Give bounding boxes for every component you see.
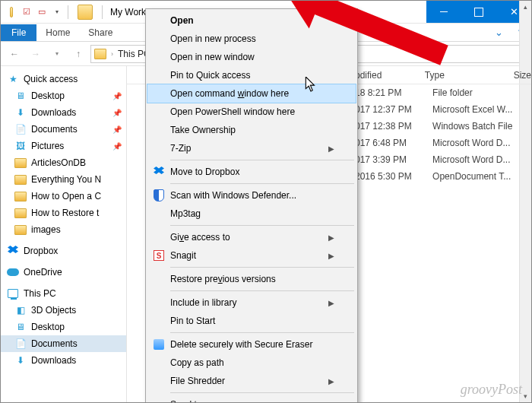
sidebar-item-downloads[interactable]: ⬇Downloads: [1, 352, 126, 369]
sidebar-item[interactable]: images: [1, 221, 126, 238]
chevron-right-icon: ▶: [328, 401, 334, 404]
ctx-open-new-window[interactable]: Open in new window: [147, 48, 356, 66]
sidebar-item[interactable]: Everything You N: [1, 171, 126, 188]
separator: [170, 225, 354, 226]
sidebar-label: Dropbox: [24, 246, 58, 256]
star-icon: ★: [7, 73, 19, 85]
sidebar-item[interactable]: ArticlesOnDB: [1, 154, 126, 171]
separator: [170, 267, 354, 268]
sidebar-item-desktop[interactable]: 🖥Desktop📌: [1, 87, 126, 104]
ctx-restore-previous-versions[interactable]: Restore previous versions: [147, 270, 356, 288]
file-date: 017 12:38 PM: [355, 121, 432, 132]
divider: [68, 5, 68, 19]
mouse-cursor: [305, 77, 317, 94]
sidebar-item[interactable]: How to Open a C: [1, 188, 126, 205]
chevron-right-icon: ▶: [328, 233, 334, 242]
ctx-windows-defender[interactable]: Scan with Windows Defender...: [147, 186, 356, 205]
chevron-right-icon: ▶: [328, 252, 334, 260]
forward-button[interactable]: →: [27, 45, 45, 63]
folder-icon: [14, 192, 27, 202]
window-folder-icon: [78, 5, 93, 20]
ctx-include-in-library[interactable]: Include in library▶: [147, 294, 356, 312]
ctx-secure-eraser[interactable]: Delete securely with Secure Eraser: [147, 335, 356, 354]
sidebar-item-downloads[interactable]: ⬇Downloads📌: [1, 104, 126, 121]
sidebar-label: Downloads: [31, 355, 76, 366]
documents-icon: 📄: [14, 123, 27, 135]
ctx-pin-to-start[interactable]: Pin to Start: [147, 312, 356, 330]
tab-share[interactable]: Share: [79, 24, 122, 41]
sidebar-item-pictures[interactable]: 🖼Pictures📌: [1, 138, 126, 154]
ctx-mp3tag[interactable]: Mp3tag: [147, 205, 356, 223]
ctx-snagit[interactable]: SSnagit▶: [147, 246, 356, 265]
tab-file[interactable]: File: [1, 24, 36, 41]
ctx-open-powershell-window[interactable]: Open PowerShell window here: [147, 103, 356, 121]
folder-icon: [14, 175, 27, 185]
file-type: OpenDocument T...: [432, 171, 531, 182]
ctx-give-access-to[interactable]: Give access to▶: [147, 228, 356, 246]
sidebar-item[interactable]: How to Restore t: [1, 205, 126, 221]
ctx-7zip[interactable]: 7-Zip▶: [147, 139, 356, 157]
sidebar-item-documents[interactable]: 📄Documents: [1, 335, 126, 352]
separator: [170, 332, 354, 333]
pin-icon: 📌: [112, 142, 122, 151]
sidebar-label: Everything You N: [31, 174, 101, 185]
ctx-open-command-window[interactable]: Open command window here: [147, 84, 356, 103]
chevron-right-icon: ▶: [328, 144, 334, 153]
properties-icon[interactable]: ☑: [21, 6, 33, 18]
ribbon-expand-icon[interactable]: ⌄: [487, 24, 511, 41]
ctx-move-to-dropbox[interactable]: Move to Dropbox: [147, 163, 356, 181]
col-date-modified[interactable]: odified: [355, 70, 425, 81]
sidebar-label: Documents: [31, 124, 78, 135]
ctx-file-shredder[interactable]: File Shredder▶: [147, 372, 356, 390]
documents-icon: 📄: [14, 338, 27, 350]
chevron-right-icon[interactable]: ›: [109, 50, 115, 58]
maximize-button[interactable]: [461, 1, 496, 23]
eraser-icon: [152, 338, 166, 351]
sidebar-item-3d-objects[interactable]: ◧3D Objects: [1, 302, 126, 319]
desktop-icon: 🖥: [14, 90, 27, 102]
file-date: 18 8:21 PM: [355, 87, 432, 98]
ctx-send-to[interactable]: Send to▶: [147, 395, 356, 403]
back-button[interactable]: ←: [5, 45, 24, 63]
recent-locations-icon[interactable]: ▾: [48, 45, 66, 63]
file-type: Microsoft Excel W...: [432, 104, 531, 115]
col-type[interactable]: Type: [425, 70, 514, 81]
sidebar-this-pc[interactable]: This PC: [1, 285, 126, 302]
folder-icon: [14, 225, 27, 235]
file-date: 017 6:48 PM: [355, 138, 432, 148]
new-folder-icon[interactable]: ▭: [36, 6, 48, 18]
sidebar-label: Pictures: [31, 141, 64, 151]
sidebar-dropbox[interactable]: Dropbox: [1, 243, 126, 259]
folder-icon: [94, 49, 106, 59]
folder-icon: [14, 158, 27, 168]
sidebar-onedrive[interactable]: OneDrive: [1, 264, 126, 281]
downloads-icon: ⬇: [14, 106, 27, 119]
file-type: File folder: [432, 87, 531, 98]
tab-home[interactable]: Home: [36, 24, 79, 41]
up-button[interactable]: ↑: [69, 45, 87, 63]
folder-icon: [14, 208, 27, 218]
navigation-pane: ★ Quick access 🖥Desktop📌 ⬇Downloads📌 📄Do…: [1, 66, 127, 402]
sidebar-label: Desktop: [31, 322, 65, 332]
sidebar-item-documents[interactable]: 📄Documents📌: [1, 121, 126, 138]
dropbox-icon: [152, 165, 166, 179]
col-size[interactable]: Size: [514, 70, 531, 81]
watermark: groovyPost: [461, 382, 522, 398]
file-date: 2016 5:30 PM: [355, 171, 432, 182]
minimize-button[interactable]: [426, 1, 461, 23]
sidebar-item-desktop[interactable]: 🖥Desktop: [1, 319, 126, 335]
sidebar-quick-access[interactable]: ★ Quick access: [1, 71, 126, 87]
separator: [170, 392, 354, 393]
qat-dropdown-icon[interactable]: ▾: [51, 6, 63, 18]
ctx-pin-quick-access[interactable]: Pin to Quick access: [147, 66, 356, 84]
ctx-copy-as-path[interactable]: Copy as path: [147, 354, 356, 372]
sidebar-label: OneDrive: [24, 267, 62, 278]
ctx-open-new-process[interactable]: Open in new process: [147, 30, 356, 48]
divider: [102, 5, 103, 19]
window-title: My Work: [107, 7, 146, 17]
ctx-take-ownership[interactable]: Take Ownership: [147, 121, 356, 139]
file-date: 017 12:37 PM: [355, 104, 432, 115]
sidebar-label: ArticlesOnDB: [31, 157, 86, 168]
context-menu: Open Open in new process Open in new win…: [145, 8, 358, 403]
quick-access-toolbar: ☑ ▭ ▾: [1, 6, 63, 18]
